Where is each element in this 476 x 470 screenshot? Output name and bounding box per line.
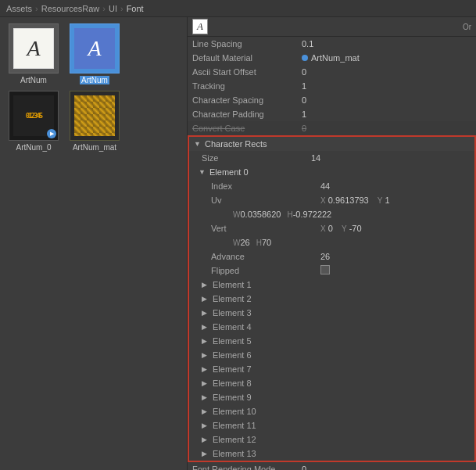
element9-header[interactable]: Element 9 [189,390,474,404]
asset-label-artnum: ArtNum [20,76,47,84]
vert-h-value[interactable]: 70 [262,238,271,247]
element11-label: Element 11 [213,421,256,430]
prop-label-vert: Vert [211,224,320,233]
element10-header[interactable]: Element 10 [189,404,474,418]
asset-item-artnum0[interactable]: 012345 ▶ ArtNum_0 [6,91,61,152]
vert-w-value[interactable]: 26 [240,238,249,247]
element7-label: Element 7 [213,364,252,374]
element13-header[interactable]: Element 13 [189,447,474,461]
prop-value-size[interactable]: 14 [311,153,470,163]
prop-vert: Vert X 0 Y -70 [189,221,474,235]
prop-value-ascii-start-offset[interactable]: 0 [302,67,471,77]
or-badge: Or [463,23,471,31]
element11-arrow [202,422,209,429]
element3-header[interactable]: Element 3 [189,306,474,320]
element7-header[interactable]: Element 7 [189,362,474,376]
element2-arrow [202,295,209,303]
element13-arrow [202,450,209,457]
breadcrumb-assets[interactable]: Assets [6,4,32,13]
uv-h-value[interactable]: -0.972222 [293,210,332,219]
asset-thumb-artnum-selected: A [70,23,120,74]
prop-label-character-spacing: Character Spacing [192,95,302,105]
sep3: › [120,4,123,13]
prop-value-tracking[interactable]: 1 [302,81,471,91]
prop-value-character-spacing[interactable]: 0 [302,95,471,105]
asset-item-artnum[interactable]: A ArtNum [6,23,61,84]
uv-x-value[interactable]: 0.9613793 [328,196,369,205]
prop-label-default-material: Default Material [192,53,302,63]
asset-item-artnum-selected[interactable]: A ArtNum [67,23,122,84]
prop-advance: Advance 26 [189,249,474,264]
play-badge: ▶ [47,129,56,138]
prop-uv-wh: W 0.0358620 H -0.972222 [189,207,474,221]
asset-item-artnum-mat[interactable]: ArtNum_mat [67,91,122,152]
asset-label-artnum-mat: ArtNum_mat [73,143,116,152]
prop-value-line-spacing[interactable]: 0.1 [302,39,471,48]
vert-y-value[interactable]: -70 [349,224,362,233]
prop-char-rects-size: Size 14 [189,151,474,165]
element5-header[interactable]: Element 5 [189,334,474,348]
character-rects-section: Character Rects Size 14 Element 0 Index … [188,135,476,462]
uv-y-value[interactable]: 1 [385,196,390,205]
breadcrumb-ui[interactable]: UI [109,4,117,13]
uv-w-label: W [233,210,240,219]
prop-value-font-rendering-mode[interactable]: 0 [302,465,471,470]
prop-value-index[interactable]: 44 [320,181,470,191]
prop-label-line-spacing: Line Spacing [192,39,302,48]
prop-value-character-padding[interactable]: 1 [302,109,471,119]
prop-value-convert-case[interactable]: 0 [302,124,471,133]
character-rects-label: Character Rects [205,139,267,149]
flipped-checkbox[interactable] [320,265,330,274]
uv-y-label: Y [378,196,383,205]
uv-h-label: H [287,210,292,219]
element1-header[interactable]: Element 1 [189,278,474,292]
vert-y-label: Y [342,224,347,233]
vert-x-value[interactable]: 0 [328,224,333,233]
element5-arrow [202,337,209,345]
element6-label: Element 6 [213,350,252,360]
prop-tracking: Tracking 1 [188,79,476,93]
uv-x-label: X [320,196,326,205]
sep2: › [102,4,106,13]
uv-w-value[interactable]: 0.0358620 [240,210,281,219]
prop-label-convert-case: Convert Case [192,124,302,133]
prop-label-index: Index [211,181,320,191]
asset-browser: A ArtNum A ArtNum 012345 [0,17,188,470]
prop-label-advance: Advance [211,252,320,261]
character-rects-header[interactable]: Character Rects [189,137,474,151]
prop-line-spacing: Line Spacing 0.1 [188,37,476,51]
prop-character-padding: Character Padding 1 [188,107,476,121]
element2-header[interactable]: Element 2 [189,292,474,306]
prop-value-advance[interactable]: 26 [320,252,470,261]
element1-arrow [202,281,209,289]
element6-header[interactable]: Element 6 [189,348,474,362]
element2-label: Element 2 [213,294,252,303]
prop-value-flipped[interactable] [320,265,470,276]
element11-header[interactable]: Element 11 [189,418,474,432]
element4-header[interactable]: Element 4 [189,320,474,334]
element3-arrow [202,309,209,317]
element9-arrow [202,393,209,401]
element10-arrow [202,407,209,415]
element0-header[interactable]: Element 0 [189,165,474,179]
prop-label-flipped: Flipped [211,266,320,275]
prop-convert-case: Convert Case 0 [188,121,476,135]
prop-value-default-material[interactable]: ArtNum_mat [302,53,471,63]
prop-font-rendering-mode: Font Rendering Mode 0 [188,462,476,470]
breadcrumb-font[interactable]: Font [127,4,144,13]
element9-label: Element 9 [213,393,252,402]
element8-header[interactable]: Element 8 [189,376,474,390]
prop-character-spacing: Character Spacing 0 [188,93,476,107]
prop-uv: Uv X 0.9613793 Y 1 [189,193,474,207]
breadcrumb-resources[interactable]: ResourcesRaw [41,4,100,13]
prop-value-uv: X 0.9613793 Y 1 [320,196,470,205]
inspector-font-letter: A [192,19,208,34]
asset-thumb-artnum0: 012345 ▶ [9,91,59,141]
font-icon-artnum-blue: A [74,28,115,69]
prop-label-ascii-start-offset: Ascii Start Offset [192,67,302,77]
element12-header[interactable]: Element 12 [189,432,474,447]
character-rects-arrow [194,140,202,148]
element3-label: Element 3 [213,308,252,318]
asset-label-artnum-selected: ArtNum [80,76,109,84]
asset-thumb-artnum: A [9,23,59,74]
